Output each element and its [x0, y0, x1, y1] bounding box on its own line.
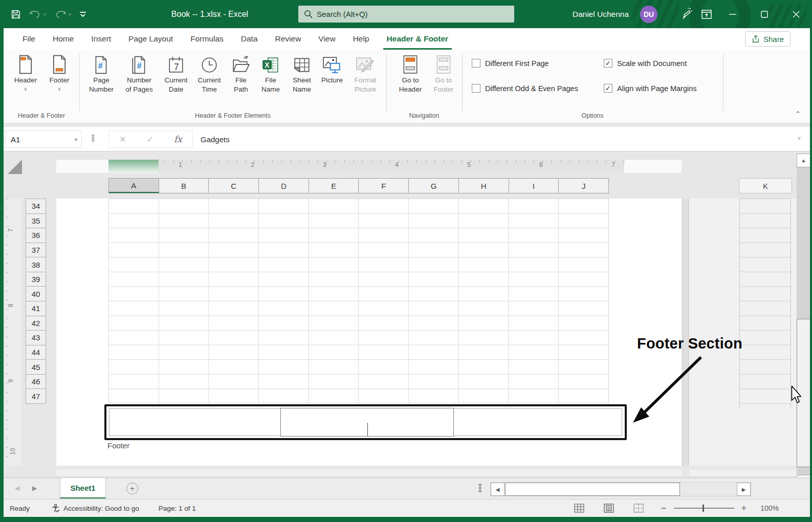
select-all-triangle[interactable] — [8, 160, 22, 174]
normal-view-icon[interactable] — [574, 504, 584, 513]
row-header-35[interactable]: 35 — [26, 214, 46, 229]
number-of-pages-button[interactable]: # Number of Pages — [120, 54, 158, 94]
header-button[interactable]: Header ˅ — [10, 54, 41, 93]
insert-function-icon[interactable]: fx — [174, 134, 182, 144]
zoom-out-button[interactable]: − — [661, 503, 667, 514]
column-header-a[interactable]: A — [109, 179, 159, 193]
chevron-down-icon[interactable]: ▾ — [75, 137, 81, 142]
collapse-ribbon-icon[interactable]: ⌃ — [795, 110, 801, 118]
row-header-43[interactable]: 43 — [26, 331, 46, 345]
accessibility-status[interactable]: Accessibility: Good to go — [51, 504, 139, 513]
sheet-next-arrow[interactable]: ▶ — [32, 478, 37, 498]
tab-page-layout[interactable]: Page Layout — [120, 28, 182, 50]
file-path-button[interactable]: File Path — [228, 54, 254, 94]
checkbox-icon[interactable] — [472, 84, 480, 93]
undo-button[interactable]: ˅ — [29, 9, 47, 19]
column-header-b[interactable]: B — [159, 179, 209, 193]
tab-view[interactable]: View — [310, 28, 344, 50]
column-header-g[interactable]: G — [409, 179, 459, 193]
new-sheet-button[interactable]: + — [126, 483, 138, 494]
name-box[interactable]: A1 ▾ — [5, 130, 82, 148]
row-header-46[interactable]: 46 — [26, 375, 46, 389]
scroll-left-button[interactable]: ◀ — [491, 483, 504, 496]
zoom-percentage[interactable]: 100% — [756, 504, 779, 512]
zoom-in-button[interactable]: + — [741, 503, 747, 514]
search-box[interactable]: Search (Alt+Q) — [298, 6, 514, 23]
go-to-header-button[interactable]: Go to Header — [394, 54, 426, 94]
column-header-far[interactable]: K — [739, 178, 792, 193]
tab-header-footer[interactable]: Header & Footer — [378, 28, 457, 50]
row-header-42[interactable]: 42 — [26, 316, 46, 331]
row-header-37[interactable]: 37 — [26, 243, 46, 258]
scroll-right-button[interactable]: ▶ — [737, 483, 751, 496]
row-header-41[interactable]: 41 — [26, 301, 46, 316]
page-number-button[interactable]: # Page Number — [84, 54, 118, 94]
row-header-47[interactable]: 47 — [26, 389, 46, 404]
checkbox-icon[interactable]: ✓ — [604, 84, 612, 93]
zoom-slider-thumb[interactable] — [703, 505, 704, 512]
tab-formulas[interactable]: Formulas — [182, 28, 232, 50]
zoom-slider-track[interactable] — [674, 508, 734, 509]
tab-help[interactable]: Help — [344, 28, 378, 50]
column-header-d[interactable]: D — [259, 179, 309, 193]
sheet-tab-active[interactable]: Sheet1 — [60, 478, 106, 498]
cell-grid[interactable] — [108, 199, 609, 403]
current-date-button[interactable]: 7 Current Date — [160, 54, 192, 94]
customize-quick-access-button[interactable] — [79, 11, 87, 18]
picture-button[interactable]: Picture — [319, 54, 345, 85]
align-with-page-margins-checkbox[interactable]: ✓ Align with Page Margins — [604, 84, 697, 93]
column-header-j[interactable]: J — [559, 179, 609, 193]
different-odd-even-checkbox[interactable]: Different Odd & Even Pages — [472, 84, 578, 93]
horizontal-scrollbar[interactable]: ◀ ▶ — [490, 482, 751, 496]
file-name-button[interactable]: X File Name — [256, 54, 285, 94]
row-header-44[interactable]: 44 — [26, 345, 46, 360]
checkbox-icon[interactable] — [472, 59, 480, 68]
checkbox-icon[interactable]: ✓ — [604, 59, 612, 68]
vertical-scrollbar[interactable]: ▲ ▼ — [797, 154, 810, 489]
tab-home[interactable]: Home — [44, 28, 82, 50]
page-break-view-icon[interactable] — [633, 504, 644, 513]
expand-formula-bar-icon[interactable]: ˅ — [798, 135, 801, 141]
tab-insert[interactable]: Insert — [82, 28, 120, 50]
scroll-up-button[interactable]: ▲ — [797, 154, 810, 167]
row-header-45[interactable]: 45 — [26, 360, 46, 375]
share-button[interactable]: Share — [745, 31, 791, 47]
different-first-page-checkbox[interactable]: Different First Page — [472, 59, 549, 68]
scale-with-document-checkbox[interactable]: ✓ Scale with Document — [604, 59, 687, 68]
namebox-splitter[interactable]: ⦁⦁⦁ — [92, 134, 95, 142]
tab-data[interactable]: Data — [232, 28, 267, 50]
horizontal-scrollbar-thumb[interactable] — [505, 483, 680, 496]
enter-icon[interactable]: ✓ — [147, 135, 153, 144]
column-header-i[interactable]: I — [509, 179, 559, 193]
formula-input[interactable]: Gadgets — [201, 130, 230, 148]
footer-section-box[interactable] — [104, 404, 627, 440]
tabbar-splitter[interactable]: ⦁⦁⦁ — [478, 483, 482, 492]
column-header-c[interactable]: C — [209, 179, 259, 193]
cancel-icon[interactable]: ✕ — [119, 135, 126, 144]
current-time-button[interactable]: Current Time — [194, 54, 225, 94]
column-header-f[interactable]: F — [359, 179, 409, 193]
footer-center-section[interactable] — [280, 408, 454, 437]
whats-new-pen-icon[interactable] — [676, 0, 696, 28]
redo-button[interactable]: ˅ — [54, 9, 72, 19]
row-header-40[interactable]: 40 — [26, 287, 46, 301]
save-button[interactable] — [10, 9, 21, 20]
minimize-button[interactable] — [717, 0, 749, 28]
page-indicator[interactable]: Page: 1 of 1 — [159, 505, 196, 512]
tab-file[interactable]: File — [14, 28, 44, 50]
column-header-h[interactable]: H — [459, 179, 509, 193]
row-header-38[interactable]: 38 — [26, 257, 46, 272]
sheet-name-button[interactable]: Sheet Name — [287, 54, 317, 94]
row-header-34[interactable]: 34 — [26, 199, 46, 214]
tab-review[interactable]: Review — [267, 28, 310, 50]
page-layout-view-icon[interactable] — [604, 504, 614, 513]
avatar[interactable]: DU — [640, 6, 657, 23]
sheet-prev-arrow[interactable]: ◀ — [15, 478, 19, 498]
close-button[interactable] — [780, 0, 812, 28]
footer-button[interactable]: Footer ˅ — [43, 54, 75, 93]
row-header-39[interactable]: 39 — [26, 272, 46, 287]
user-name[interactable]: Daniel Uchenna — [573, 10, 629, 19]
column-header-e[interactable]: E — [309, 179, 359, 193]
ribbon-display-options-icon[interactable] — [696, 0, 717, 28]
row-header-36[interactable]: 36 — [26, 228, 46, 243]
